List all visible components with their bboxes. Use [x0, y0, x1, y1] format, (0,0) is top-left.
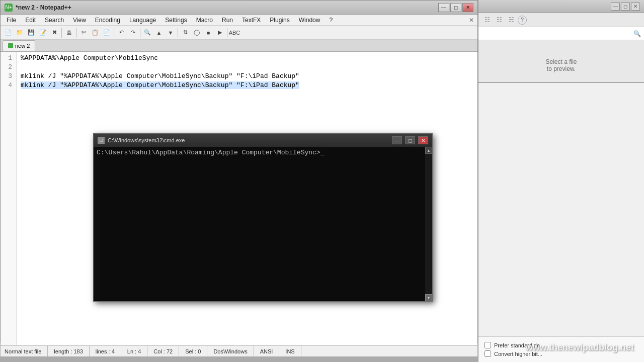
- status-file-type: Normal text file: [5, 346, 48, 356]
- toolbar-sep-5: [178, 28, 178, 38]
- menu-plugins[interactable]: Plugins: [266, 15, 293, 25]
- toolbar-find[interactable]: 🔍: [142, 27, 153, 38]
- menu-settings[interactable]: Settings: [161, 15, 191, 25]
- cmd-scrollbar: ▲ ▼: [425, 147, 432, 301]
- toolbar-macro-play[interactable]: ▶: [214, 27, 225, 38]
- toolbar-paste[interactable]: 📄: [101, 27, 112, 38]
- menu-file[interactable]: File: [3, 15, 20, 25]
- cmd-titlebar: □ C:\Windows\system32\cmd.exe — ◻ ✕: [94, 134, 432, 147]
- titlebar-buttons: — ◻ ✕: [438, 3, 473, 12]
- menu-close-icon[interactable]: ✕: [467, 16, 475, 24]
- toolbar-sep-4: [140, 28, 140, 38]
- cmd-content[interactable]: C:\Users\Rahul\AppData\Roaming\Apple Com…: [94, 147, 432, 301]
- toolbar-redo[interactable]: ↷: [127, 27, 138, 38]
- menu-run[interactable]: Run: [218, 15, 237, 25]
- status-encoding: ANSI: [254, 346, 280, 356]
- toolbar-sync[interactable]: ⇅: [180, 27, 191, 38]
- cmd-restore-button[interactable]: ◻: [405, 136, 415, 144]
- right-panel-search-icon[interactable]: 🔍: [633, 30, 641, 37]
- tab-icon: [8, 43, 13, 48]
- watermark: www.thenewipadblog.net: [526, 342, 634, 353]
- right-panel-close[interactable]: ✕: [631, 3, 640, 11]
- status-sel: Sel : 0: [179, 346, 207, 356]
- close-button[interactable]: ✕: [462, 3, 473, 12]
- toolbar-sep-1: [61, 28, 62, 38]
- restore-button[interactable]: ◻: [450, 3, 461, 12]
- menu-search[interactable]: Search: [41, 15, 68, 25]
- minimize-button[interactable]: —: [438, 3, 449, 12]
- right-panel-restore[interactable]: ◻: [621, 3, 630, 11]
- toolbar-new[interactable]: 📄: [3, 27, 14, 38]
- toolbar-sep-2: [76, 28, 76, 38]
- toolbar-save[interactable]: 💾: [26, 27, 37, 38]
- toolbar-close[interactable]: ✖: [49, 27, 60, 38]
- menu-textfx[interactable]: TextFX: [238, 15, 265, 25]
- status-lines: lines : 4: [90, 346, 121, 356]
- menu-window[interactable]: Window: [295, 15, 325, 25]
- right-panel: — ◻ ✕ ☷ ☷ ☵ ? 🔍 Select a file to preview…: [478, 0, 644, 362]
- cmd-title: C:\Windows\system32\cmd.exe: [108, 137, 389, 143]
- cmd-prompt-line: C:\Users\Rahul\AppData\Roaming\Apple Com…: [97, 149, 429, 156]
- right-panel-top: — ◻ ✕ ☷ ☷ ☵ ? 🔍 Select a file to preview…: [478, 0, 644, 83]
- rp-list-view-button[interactable]: ☷: [494, 15, 505, 26]
- menu-view[interactable]: View: [69, 15, 90, 25]
- rp-detail-view-button[interactable]: ☵: [506, 15, 517, 26]
- menu-encoding[interactable]: Encoding: [91, 15, 124, 25]
- toolbar-macro-stop[interactable]: ■: [203, 27, 214, 38]
- status-ln: Ln : 4: [121, 346, 148, 356]
- menu-language[interactable]: Language: [125, 15, 160, 25]
- cmd-window: □ C:\Windows\system32\cmd.exe — ◻ ✕ C:\U…: [93, 133, 433, 302]
- toolbar-undo[interactable]: ↶: [116, 27, 127, 38]
- rp-help-button[interactable]: ?: [518, 16, 527, 25]
- toolbar-copy[interactable]: 📋: [90, 27, 101, 38]
- toolbar-macro-rec[interactable]: ◯: [191, 27, 202, 38]
- status-ins: INS: [279, 346, 301, 356]
- right-panel-search-input[interactable]: [481, 31, 633, 37]
- cmd-app-icon: □: [98, 137, 105, 144]
- cmd-close-button[interactable]: ✕: [418, 136, 428, 144]
- rp-grid-view-button[interactable]: ☷: [481, 15, 493, 26]
- right-panel-minimize[interactable]: —: [611, 3, 620, 11]
- menu-macro[interactable]: Macro: [192, 15, 217, 25]
- menu-edit[interactable]: Edit: [21, 15, 40, 25]
- status-eol: Dos\Windows: [207, 346, 254, 356]
- convert-higher-checkbox[interactable]: [485, 350, 491, 357]
- npp-title: *new 2 - Notepad++: [16, 4, 438, 11]
- cmd-scroll-up-button[interactable]: ▲: [425, 147, 432, 154]
- npp-statusbar: Normal text file length : 183 lines : 4 …: [1, 345, 477, 356]
- menu-help[interactable]: ?: [325, 15, 337, 25]
- cmd-scroll-down-button[interactable]: ▼: [425, 294, 432, 301]
- toolbar-zoom-out[interactable]: ▼: [165, 27, 176, 38]
- line-numbers: 1 2 3 4: [1, 52, 17, 345]
- npp-toolbar: 📄 📁 💾 📝 ✖ 🖶 ✄ 📋 📄 ↶ ↷ 🔍 ▲ ▼ ⇅ ◯ ■ ▶ ABC: [1, 26, 477, 40]
- status-col: Col : 72: [147, 346, 179, 356]
- prefer-standard-checkbox[interactable]: [485, 342, 491, 348]
- right-panel-search-bar[interactable]: 🔍: [478, 27, 644, 40]
- npp-titlebar: N+ *new 2 - Notepad++ — ◻ ✕: [1, 1, 477, 15]
- npp-tab-new2[interactable]: new 2: [3, 40, 35, 51]
- toolbar-saveall[interactable]: 📝: [37, 27, 48, 38]
- toolbar-cut[interactable]: ✄: [78, 27, 89, 38]
- npp-app-icon: N+: [5, 4, 13, 12]
- cmd-minimize-button[interactable]: —: [392, 136, 402, 144]
- npp-menubar: File Edit Search View Encoding Language …: [1, 15, 477, 26]
- right-panel-titlebar: — ◻ ✕: [478, 0, 644, 13]
- toolbar-spell[interactable]: ABC: [229, 27, 240, 38]
- status-length: length : 183: [48, 346, 90, 356]
- npp-tabbar: new 2: [1, 40, 477, 52]
- toolbar-zoom-in[interactable]: ▲: [153, 27, 165, 38]
- toolbar-sep-3: [114, 28, 114, 38]
- toolbar-sep-6: [227, 28, 227, 38]
- tab-label: new 2: [15, 43, 30, 49]
- right-panel-toolbar: ☷ ☷ ☵ ?: [478, 13, 644, 27]
- toolbar-open[interactable]: 📁: [14, 27, 25, 38]
- right-panel-preview: Select a file to preview.: [478, 40, 644, 90]
- toolbar-print[interactable]: 🖶: [63, 27, 74, 38]
